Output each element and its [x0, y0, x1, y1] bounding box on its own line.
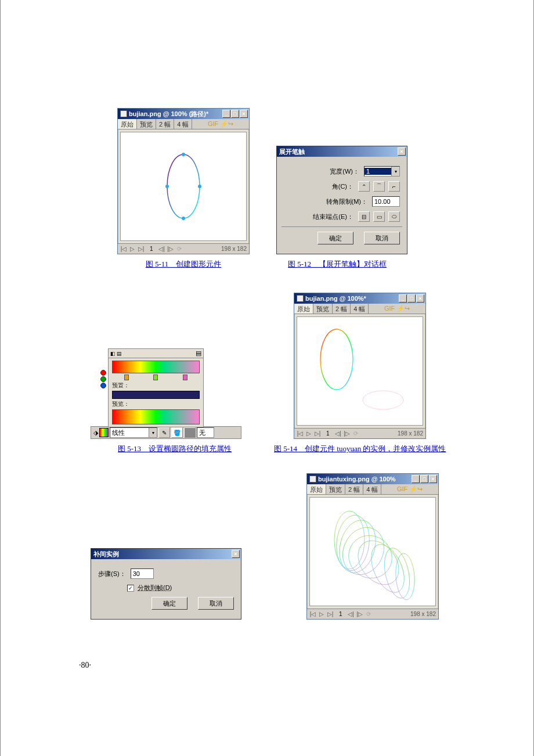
- gradient-ramp[interactable]: [112, 361, 200, 373]
- tab-preview[interactable]: 预览: [137, 119, 156, 129]
- maximize-button[interactable]: □: [420, 475, 428, 483]
- fill-swatch[interactable]: [99, 428, 109, 437]
- corner-miter-button[interactable]: ⌃: [358, 181, 370, 192]
- preview-label: 预览：: [109, 400, 203, 408]
- play-icon[interactable]: ▷: [129, 246, 136, 253]
- tab-2up[interactable]: 2 幅: [156, 119, 174, 129]
- caption-5-13: 图 5-13 设置椭圆路径的填充属性: [91, 444, 259, 454]
- view-tabs: 原始 预览 2 幅 4 幅 GIF ⚡↪: [118, 119, 249, 129]
- two-ellipses-icon: [302, 319, 418, 423]
- canvas-area[interactable]: [309, 497, 436, 606]
- tab-gif[interactable]: GIF ⚡↪: [381, 484, 438, 494]
- next-frame-icon[interactable]: |▷: [167, 246, 174, 253]
- canvas-area[interactable]: [120, 132, 247, 241]
- dimensions: 198 x 182: [398, 430, 423, 437]
- tab-gif[interactable]: GIF ⚡↪: [369, 304, 425, 314]
- play-icon[interactable]: ▷: [305, 430, 312, 437]
- last-frame-icon[interactable]: ▷|: [327, 611, 334, 618]
- loop-icon[interactable]: ⟳: [365, 611, 372, 618]
- tab-2up[interactable]: 2 幅: [345, 484, 363, 494]
- tab-original[interactable]: 原始: [307, 484, 326, 494]
- panel-menu-icon[interactable]: ▤: [196, 350, 201, 357]
- play-icon[interactable]: ▷: [318, 611, 325, 618]
- tab-2up[interactable]: 2 幅: [333, 304, 351, 314]
- first-frame-icon[interactable]: |◁: [297, 430, 304, 437]
- gradient-editor-panel: ◧ ▤▤ 预置： 预览：: [108, 348, 204, 427]
- maximize-button[interactable]: □: [231, 110, 239, 118]
- panel-collapse-icon[interactable]: ◧ ▤: [110, 351, 122, 357]
- width-dropdown[interactable]: 1▾: [364, 166, 400, 177]
- chevron-down-icon: ▾: [391, 167, 399, 176]
- gradient-stop[interactable]: [124, 375, 129, 380]
- miter-label: 转角限制(M)：: [326, 197, 368, 206]
- reset-swatch-icon[interactable]: ⬗: [93, 429, 98, 437]
- distribute-checkbox[interactable]: ✓: [127, 585, 134, 592]
- endcap-square-button[interactable]: ▭: [373, 211, 385, 222]
- canvas-area[interactable]: [297, 316, 423, 426]
- tab-preview[interactable]: 预览: [326, 484, 345, 494]
- minimize-button[interactable]: _: [222, 110, 230, 118]
- tab-4up[interactable]: 4 幅: [351, 304, 369, 314]
- texture-swatch[interactable]: [184, 427, 196, 438]
- endcap-label: 结束端点(E)：: [313, 213, 353, 221]
- close-button[interactable]: ×: [240, 110, 248, 118]
- prev-frame-icon[interactable]: ◁|: [335, 430, 342, 437]
- minimize-button[interactable]: _: [399, 294, 407, 303]
- endcap-round-button[interactable]: ⬭: [388, 211, 400, 222]
- tab-original[interactable]: 原始: [118, 119, 137, 129]
- dimensions: 198 x 182: [410, 611, 436, 617]
- tab-preview[interactable]: 预览: [313, 304, 333, 314]
- next-frame-icon[interactable]: |▷: [344, 430, 351, 437]
- last-frame-icon[interactable]: ▷|: [314, 430, 321, 437]
- gradient-stop[interactable]: [153, 375, 158, 380]
- app-icon: [297, 295, 304, 302]
- prev-frame-icon[interactable]: ◁|: [348, 611, 355, 618]
- fill-type-dropdown[interactable]: 线性▾: [110, 427, 157, 438]
- green-swatch-icon: [100, 376, 106, 382]
- tween-result-icon: [315, 502, 431, 601]
- endcap-butt-button[interactable]: ⊟: [358, 211, 370, 222]
- miter-input[interactable]: 10.00: [372, 196, 400, 207]
- cancel-button[interactable]: 取消: [198, 597, 234, 610]
- corner-bevel-button[interactable]: ⌐: [388, 181, 400, 192]
- ok-button[interactable]: 确定: [151, 597, 187, 610]
- first-frame-icon[interactable]: |◁: [309, 611, 316, 618]
- corner-round-button[interactable]: ⌒: [373, 181, 385, 192]
- ok-button[interactable]: 确定: [317, 232, 353, 244]
- page-number: ·80·: [79, 661, 91, 670]
- texture-dropdown[interactable]: 无: [197, 427, 214, 438]
- app-icon: [120, 110, 127, 117]
- steps-input[interactable]: 30: [131, 568, 154, 579]
- property-toolbar: ⬗ 线性▾ ✎ 🪣 无: [91, 426, 241, 439]
- close-button[interactable]: ×: [398, 147, 406, 156]
- preset-dropdown[interactable]: [112, 391, 200, 399]
- tab-4up[interactable]: 4 幅: [174, 119, 192, 129]
- tab-gif[interactable]: GIF ⚡↪: [192, 119, 249, 129]
- cancel-button[interactable]: 取消: [364, 232, 400, 244]
- minimize-button[interactable]: _: [412, 475, 420, 483]
- svg-point-13: [365, 539, 411, 597]
- distribute-label: 分散到帧(D): [138, 584, 172, 592]
- gradient-stop[interactable]: [183, 375, 187, 380]
- tab-4up[interactable]: 4 幅: [363, 484, 381, 494]
- tab-original[interactable]: 原始: [294, 304, 313, 314]
- close-button[interactable]: ×: [416, 294, 424, 303]
- close-button[interactable]: ×: [429, 475, 437, 483]
- blue-swatch-icon: [100, 383, 106, 388]
- document-window-a: bujian.png @ 100% (路径)* _ □ × 原始 预览 2 幅 …: [117, 108, 250, 254]
- frame-number: 1: [326, 430, 330, 437]
- loop-icon[interactable]: ⟳: [352, 430, 359, 437]
- dialog-title: 补间实例: [93, 550, 119, 559]
- maximize-button[interactable]: □: [407, 294, 416, 303]
- ellipse-selected-icon: [157, 146, 210, 227]
- svg-point-12: [350, 532, 407, 592]
- svg-point-8: [334, 513, 372, 572]
- edit-gradient-button[interactable]: ✎: [158, 427, 170, 438]
- last-frame-icon[interactable]: ▷|: [138, 246, 145, 253]
- first-frame-icon[interactable]: |◁: [120, 246, 127, 253]
- paint-bucket-icon[interactable]: 🪣: [171, 427, 183, 438]
- close-button[interactable]: ×: [232, 550, 240, 558]
- prev-frame-icon[interactable]: ◁|: [158, 246, 165, 253]
- loop-icon[interactable]: ⟳: [176, 246, 183, 253]
- next-frame-icon[interactable]: |▷: [356, 611, 363, 618]
